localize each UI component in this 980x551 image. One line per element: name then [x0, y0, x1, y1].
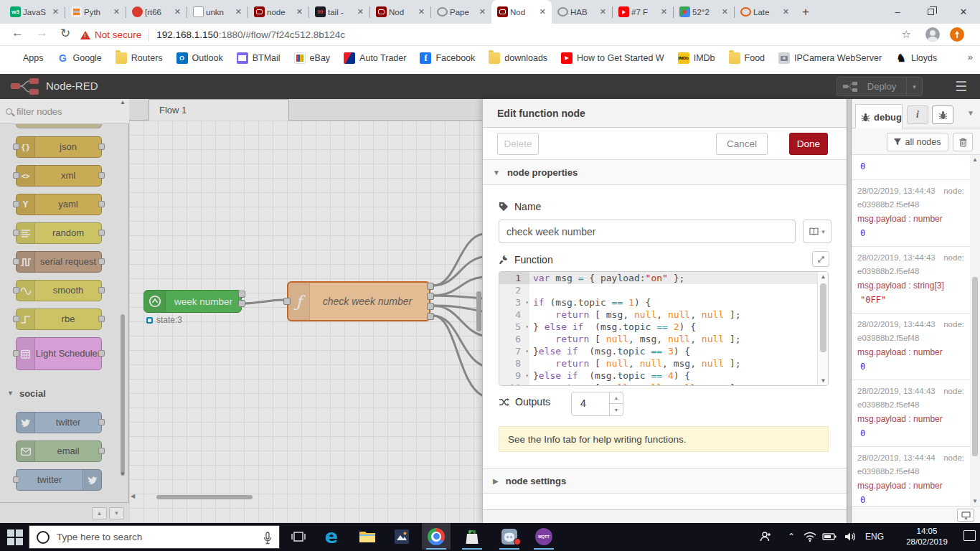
volume-icon[interactable]	[844, 523, 857, 550]
debug-value[interactable]: 0	[857, 359, 964, 375]
browser-tab[interactable]: [rt66✕	[126, 0, 187, 24]
debug-property[interactable]: msg.payload : number	[857, 345, 964, 359]
debug-filter-button[interactable]: all nodes	[887, 133, 948, 151]
bookmark-item[interactable]: Auto Trader	[344, 52, 406, 64]
flow-canvas[interactable]: Flow 1 week number	[129, 99, 482, 523]
code-line[interactable]	[529, 284, 817, 296]
browser-tab[interactable]: node✕	[248, 0, 308, 24]
palette-node-light-scheduler[interactable]: Light Scheduler	[16, 337, 102, 370]
code-scrollbar[interactable]: ▲ ▼	[817, 272, 828, 385]
tab-close-icon[interactable]: ✕	[781, 7, 791, 17]
debug-message[interactable]: 28/02/2019, 13:44:43node:e03988b2.f5ef48…	[852, 314, 970, 380]
tab-close-icon[interactable]: ✕	[112, 7, 121, 17]
microphone-icon[interactable]	[263, 532, 272, 547]
name-input[interactable]	[499, 220, 796, 243]
tab-close-icon[interactable]: ✕	[598, 7, 608, 17]
debug-property[interactable]: msg.payload : number	[857, 412, 964, 426]
scroll-down-icon[interactable]: ▼	[970, 498, 980, 504]
debug-property[interactable]: msg.payload : string[3]	[857, 278, 964, 293]
bookmark-item[interactable]: fFacebook	[420, 52, 475, 64]
task-view-button[interactable]	[284, 523, 313, 550]
palette-filter[interactable]: filter nodes	[0, 99, 129, 124]
output-port[interactable]	[238, 291, 245, 298]
omnibox[interactable]: Not secure 192.168.1.150:1880/#flow/7f24…	[80, 26, 844, 44]
tray-chevron-icon[interactable]: ⌃	[788, 523, 795, 550]
debug-value[interactable]: "0FF"	[857, 293, 964, 308]
debug-message[interactable]: 28/02/2019, 13:44:43node:e03988b2.f5ef48…	[852, 247, 970, 314]
tab-debug[interactable]: debug	[855, 104, 903, 129]
code-line[interactable]: return [ null, null, null, msg ];	[529, 382, 817, 386]
wifi-icon[interactable]	[804, 523, 816, 550]
palette-node-twitter[interactable]: twitter	[16, 412, 102, 433]
palette-node-rbe[interactable]: rbe	[16, 309, 102, 330]
canvas-horizontal-scrollbar[interactable]: ◀	[129, 494, 482, 501]
taskbar-mqtt-icon[interactable]: MQTT	[529, 523, 558, 550]
palette-node-random[interactable]: random	[16, 222, 102, 244]
deploy-button[interactable]: Deploy ▾	[837, 77, 923, 96]
tab-close-icon[interactable]: ✕	[538, 7, 547, 17]
palette-collapse-all-button[interactable]: ▲	[92, 507, 107, 519]
tab-close-icon[interactable]: ✕	[478, 7, 487, 17]
browser-tab[interactable]: HAB✕	[552, 0, 612, 24]
scroll-left-icon[interactable]: ◀	[131, 493, 135, 499]
browser-tab[interactable]: 52°2✕	[674, 0, 734, 24]
scroll-up-icon[interactable]: ▲	[818, 273, 829, 280]
code-line[interactable]: return [ msg, null, null, null ];	[529, 309, 817, 321]
flow-tab[interactable]: Flow 1	[149, 99, 289, 121]
palette-expand-all-button[interactable]: ▼	[109, 507, 124, 519]
bookmark-item[interactable]: Routers	[116, 52, 163, 64]
debug-value[interactable]: 0	[857, 493, 964, 506]
sidebar-resize-handle[interactable]	[847, 99, 852, 523]
tab-close-icon[interactable]: ✕	[234, 7, 243, 17]
bookmark-item[interactable]: BTMail	[237, 52, 281, 64]
palette-node-json[interactable]: {}json	[16, 136, 102, 158]
input-port[interactable]	[283, 298, 291, 305]
hamburger-menu-icon[interactable]: ☰	[955, 78, 967, 95]
debug-value[interactable]: 0	[857, 159, 964, 174]
fold-icon[interactable]: ▾	[525, 296, 529, 309]
canvas-vertical-scrollbar[interactable]	[476, 291, 481, 331]
taskbar-hp-icon[interactable]	[458, 523, 486, 550]
restore-button[interactable]	[914, 0, 947, 24]
browser-update-icon[interactable]	[950, 27, 964, 42]
new-tab-button[interactable]: +	[795, 5, 816, 19]
palette-scrollbar[interactable]: ▲ ▼	[119, 99, 126, 477]
output-port-4[interactable]	[427, 313, 434, 320]
code-lines[interactable]: var msg = { payload:"on" };if (msg.topic…	[529, 272, 817, 385]
function-code-editor[interactable]: 123▾45▾67▾89▾10 var msg = { payload:"on"…	[499, 271, 829, 386]
output-port-2[interactable]	[427, 293, 434, 300]
browser-tab[interactable]: Pape✕	[431, 0, 491, 24]
debug-message[interactable]: 28/02/2019, 13:44:43node:e03988b2.f5ef48…	[852, 380, 970, 447]
scroll-down-icon[interactable]: ▼	[818, 377, 829, 384]
scroll-down-icon[interactable]: ▼	[119, 471, 126, 477]
palette-node-xml[interactable]: <>xml	[16, 165, 102, 187]
notification-center-icon[interactable]	[963, 530, 976, 541]
browser-tab[interactable]: 99tail -✕	[309, 0, 369, 24]
tab-close-icon[interactable]: ✕	[720, 7, 730, 17]
security-warning[interactable]: Not secure	[95, 29, 141, 40]
bookmark-item[interactable]: downloads	[489, 52, 547, 64]
tab-close-icon[interactable]: ✕	[173, 7, 182, 17]
bookmark-item[interactable]: Food	[729, 52, 765, 64]
bookmarks-overflow-icon[interactable]: »	[968, 52, 973, 62]
battery-icon[interactable]	[822, 523, 837, 550]
scroll-up-icon[interactable]: ▲	[970, 156, 980, 163]
tab-close-icon[interactable]: ✕	[417, 7, 426, 17]
taskbar-edge-icon[interactable]: e	[317, 523, 346, 550]
debug-value[interactable]: 0	[857, 226, 964, 241]
browser-tab[interactable]: #7 F✕	[613, 0, 673, 24]
deploy-caret-icon[interactable]: ▾	[906, 77, 922, 95]
fold-icon[interactable]: ▾	[525, 321, 529, 333]
browser-tab[interactable]: unkn✕	[187, 0, 248, 24]
bookmark-item[interactable]: IMDbIMDb	[678, 52, 715, 64]
browser-tab[interactable]: w3JavaS✕	[4, 0, 65, 24]
bookmark-item[interactable]: eBay	[294, 52, 331, 64]
debug-value[interactable]: 0	[857, 426, 964, 441]
code-line[interactable]: }else if (msg.topic == 3) {	[529, 345, 817, 357]
browser-tab[interactable]: Nod✕	[370, 0, 430, 24]
close-button[interactable]: ✕	[947, 0, 980, 24]
debug-clear-button[interactable]	[953, 133, 973, 151]
palette-node-smooth[interactable]: smooth	[16, 280, 102, 301]
taskbar-search[interactable]: Type here to search	[29, 525, 280, 549]
palette-node-yaml[interactable]: Yyaml	[16, 194, 102, 215]
